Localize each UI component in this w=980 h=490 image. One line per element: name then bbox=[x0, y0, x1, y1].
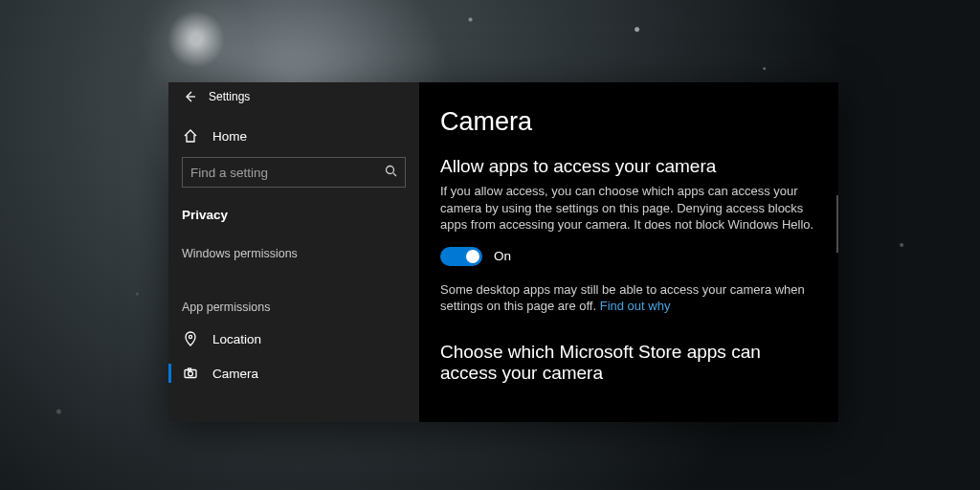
sidebar-section-privacy: Privacy bbox=[168, 197, 419, 232]
home-icon bbox=[182, 127, 199, 145]
section-body-allow-access: If you allow access, you can choose whic… bbox=[440, 183, 817, 234]
camera-icon bbox=[182, 365, 199, 382]
find-out-why-link[interactable]: Find out why bbox=[600, 299, 671, 313]
sidebar-item-location[interactable]: Location bbox=[168, 322, 419, 356]
sidebar-group-label: App permissions bbox=[182, 301, 270, 314]
sidebar-section-label: Privacy bbox=[182, 208, 228, 222]
toggle-knob bbox=[466, 250, 479, 263]
svg-point-9 bbox=[189, 371, 193, 376]
sidebar-item-label: Camera bbox=[212, 367, 258, 381]
desktop-apps-note: Some desktop apps may still be able to a… bbox=[440, 281, 817, 315]
svg-line-6 bbox=[393, 173, 396, 176]
sidebar-group-windows-permissions: Windows permissions bbox=[168, 239, 419, 268]
sidebar: Settings Home Privacy Windows permission… bbox=[168, 82, 419, 422]
section-heading-choose-apps: Choose which Microsoft Store apps can ac… bbox=[440, 342, 817, 384]
settings-window: Settings Home Privacy Windows permission… bbox=[168, 82, 838, 422]
svg-point-7 bbox=[189, 335, 191, 338]
location-icon bbox=[182, 330, 199, 347]
sidebar-item-home[interactable]: Home bbox=[168, 119, 419, 153]
sidebar-group-label: Windows permissions bbox=[182, 247, 298, 260]
titlebar: Settings bbox=[168, 82, 419, 111]
sidebar-item-label: Home bbox=[212, 129, 247, 144]
search-input[interactable] bbox=[182, 157, 406, 188]
toggle-row-camera-access: On bbox=[440, 247, 817, 266]
back-button[interactable] bbox=[176, 82, 205, 111]
sidebar-item-label: Location bbox=[212, 332, 261, 346]
content-pane: Camera Allow apps to access your camera … bbox=[419, 82, 838, 422]
camera-access-toggle[interactable] bbox=[440, 247, 482, 266]
svg-point-5 bbox=[387, 167, 394, 174]
section-heading-allow-access: Allow apps to access your camera bbox=[440, 156, 817, 177]
search-field[interactable] bbox=[190, 166, 385, 180]
window-title: Settings bbox=[209, 90, 250, 103]
sidebar-group-app-permissions: App permissions bbox=[168, 293, 419, 322]
toggle-state-label: On bbox=[494, 249, 511, 263]
page-title: Camera bbox=[440, 107, 817, 137]
sidebar-item-camera[interactable]: Camera bbox=[168, 356, 419, 390]
scrollbar[interactable] bbox=[836, 195, 838, 253]
search-icon bbox=[385, 165, 397, 180]
back-arrow-icon bbox=[184, 90, 197, 103]
